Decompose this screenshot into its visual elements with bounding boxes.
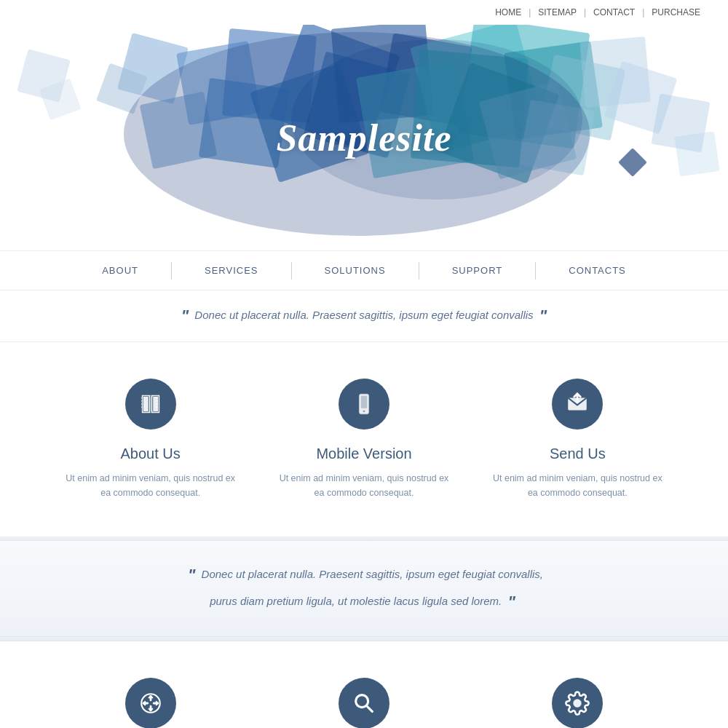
send-us-desc: Ut enim ad minim veniam, quis nostrud ex… bbox=[493, 471, 662, 500]
quote-1-text: Donec ut placerat nulla. Praesent sagitt… bbox=[194, 309, 533, 321]
about-us-desc: Ut enim ad minim veniam, quis nostrud ex… bbox=[66, 471, 235, 500]
svg-rect-30 bbox=[152, 396, 158, 411]
main-navigation: ABOUT SERVICES SOLUTIONS SUPPORT CONTACT… bbox=[0, 250, 728, 290]
feature-send-us: Send Us Ut enim ad minim veniam, quis no… bbox=[471, 379, 684, 500]
connections-icon bbox=[138, 691, 163, 716]
open-quote-2-icon: " bbox=[188, 566, 195, 584]
book-icon bbox=[138, 392, 163, 416]
gear-icon bbox=[565, 691, 590, 716]
mobile-icon bbox=[352, 392, 376, 416]
quote-1: " Donec ut placerat nulla. Praesent sagi… bbox=[0, 290, 728, 342]
send-us-icon-circle bbox=[552, 379, 603, 430]
quote-2-line2: purus diam pretium ligula, ut molestie l… bbox=[210, 595, 502, 607]
feature-about-us: About Us Ut enim ad minim veniam, quis n… bbox=[44, 379, 257, 500]
main-nav-support[interactable]: SUPPORT bbox=[419, 265, 536, 276]
search-icon bbox=[352, 691, 376, 716]
svg-rect-26 bbox=[618, 148, 647, 177]
open-quote-icon: " bbox=[181, 306, 189, 325]
svg-rect-36 bbox=[361, 396, 368, 408]
features-section-1: About Us Ut enim ad minim veniam, quis n… bbox=[0, 342, 728, 537]
quote-2: " Donec ut placerat nulla. Praesent sagi… bbox=[0, 541, 728, 637]
about-us-title: About Us bbox=[121, 446, 181, 462]
svg-rect-29 bbox=[143, 396, 149, 411]
svg-point-40 bbox=[356, 695, 368, 707]
mobile-desc: Ut enim ad minim veniam, quis nostrud ex… bbox=[279, 471, 448, 500]
envelope-icon bbox=[565, 392, 590, 416]
mobile-icon-circle bbox=[339, 379, 389, 430]
feature-search: Search Ut enim ad minim veniam, quis nos… bbox=[257, 678, 470, 728]
top-navigation: HOME | SITEMAP | CONTACT | PURCHASE bbox=[0, 0, 728, 25]
about-us-icon-circle bbox=[125, 379, 176, 430]
nav-divider-2: | bbox=[584, 7, 586, 17]
feature-mobile: Mobile Version Ut enim ad minim veniam, … bbox=[257, 379, 470, 500]
nav-divider-1: | bbox=[529, 7, 531, 17]
mobile-title: Mobile Version bbox=[316, 446, 411, 462]
nav-contact[interactable]: CONTACT bbox=[593, 7, 635, 17]
svg-line-41 bbox=[367, 706, 372, 711]
service-icon-circle bbox=[552, 678, 603, 728]
main-nav-about[interactable]: ABOUT bbox=[69, 265, 171, 276]
svg-rect-25 bbox=[675, 131, 720, 176]
features-section-2: Connections Ut enim ad minim veniam, qui… bbox=[0, 641, 728, 728]
hero-section: Samplesite bbox=[0, 25, 728, 250]
feature-service: Service Ut enim ad minim veniam, quis no… bbox=[471, 678, 684, 728]
close-quote-icon: " bbox=[539, 306, 547, 325]
hero-title: Samplesite bbox=[276, 116, 451, 159]
nav-divider-3: | bbox=[642, 7, 644, 17]
quote-2-line1: Donec ut placerat nulla. Praesent sagitt… bbox=[202, 568, 543, 580]
main-nav-contacts[interactable]: CONTACTS bbox=[536, 265, 659, 276]
close-quote-2-icon: " bbox=[507, 593, 515, 611]
nav-home[interactable]: HOME bbox=[495, 7, 521, 17]
send-us-title: Send Us bbox=[550, 446, 606, 462]
svg-point-37 bbox=[363, 411, 365, 413]
feature-connections: Connections Ut enim ad minim veniam, qui… bbox=[44, 678, 257, 728]
nav-purchase[interactable]: PURCHASE bbox=[652, 7, 700, 17]
connections-icon-circle bbox=[125, 678, 176, 728]
main-nav-solutions[interactable]: SOLUTIONS bbox=[292, 265, 419, 276]
search-icon-circle bbox=[339, 678, 389, 728]
main-nav-services[interactable]: SERVICES bbox=[172, 265, 291, 276]
nav-sitemap[interactable]: SITEMAP bbox=[538, 7, 577, 17]
